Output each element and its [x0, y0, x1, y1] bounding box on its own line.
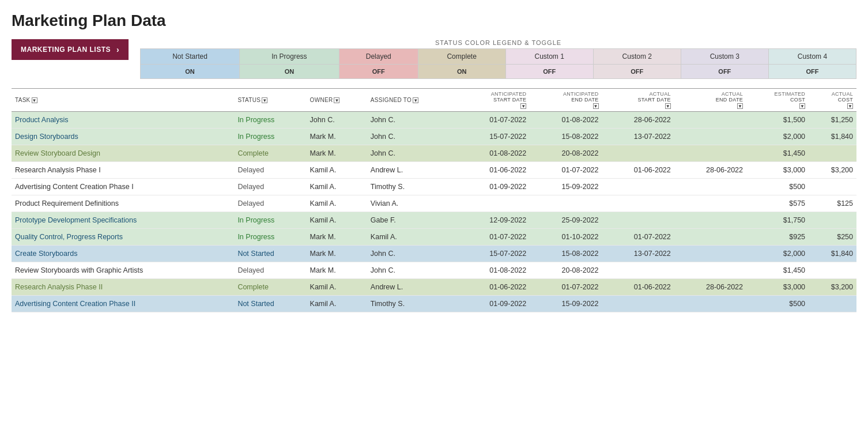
data-cell: 01-07-2022 — [458, 112, 530, 129]
table-row: Review Storyboards with Graphic ArtistsD… — [12, 262, 856, 279]
column-header-8: ESTIMATEDCOST▼ — [746, 89, 809, 112]
data-cell — [809, 145, 856, 162]
data-cell: 15-09-2022 — [530, 179, 602, 195]
status-cell: In Progress — [234, 212, 306, 229]
task-cell: Product Analysis — [12, 112, 234, 129]
legend-toggle[interactable]: OFF — [593, 65, 681, 79]
legend-status-label[interactable]: Custom 2 — [593, 49, 681, 65]
legend-status-label[interactable]: In Progress — [239, 49, 339, 65]
filter-icon[interactable]: ▼ — [799, 103, 805, 109]
status-cell: Delayed — [234, 262, 306, 279]
table-row: Research Analysis Phase IDelayedKamil A.… — [12, 162, 856, 179]
filter-icon[interactable]: ▼ — [262, 97, 267, 103]
data-cell: $575 — [746, 195, 809, 212]
legend-status-label[interactable]: Complete — [418, 49, 505, 65]
legend-toggle[interactable]: OFF — [681, 65, 768, 79]
filter-icon[interactable]: ▼ — [334, 97, 339, 103]
data-cell: 01-06-2022 — [602, 279, 674, 296]
data-cell: Vivian A. — [367, 195, 458, 212]
status-cell: In Progress — [234, 129, 306, 145]
data-cell: $2,000 — [746, 246, 809, 262]
legend-toggle[interactable]: ON — [418, 65, 505, 79]
data-cell: 13-07-2022 — [602, 246, 674, 262]
status-cell: Delayed — [234, 195, 306, 212]
data-cell — [602, 296, 674, 312]
data-cell: Kamil A. — [307, 179, 367, 195]
data-cell — [674, 112, 746, 129]
filter-icon[interactable]: ▼ — [737, 103, 743, 109]
column-header-4: ANTICIPATEDSTART DATE▼ — [458, 89, 530, 112]
legend-toggle[interactable]: OFF — [339, 65, 418, 79]
data-cell — [674, 296, 746, 312]
data-cell: $1,750 — [746, 212, 809, 229]
data-cell — [602, 179, 674, 195]
column-header-3: ASSIGNED TO▼ — [367, 89, 458, 112]
table-row: Prototype Development SpecificationsIn P… — [12, 212, 856, 229]
filter-icon[interactable]: ▼ — [413, 97, 418, 103]
data-cell: Kamil A. — [367, 229, 458, 246]
data-cell: 15-08-2022 — [530, 246, 602, 262]
data-cell: $925 — [746, 229, 809, 246]
data-cell: 01-07-2022 — [458, 229, 530, 246]
table-row: Advertising Content Creation Phase IDela… — [12, 179, 856, 195]
data-cell: 20-08-2022 — [530, 262, 602, 279]
status-cell: Delayed — [234, 179, 306, 195]
data-cell: $500 — [746, 296, 809, 312]
task-cell: Product Requirement Definitions — [12, 195, 234, 212]
data-cell: Andrew L. — [367, 162, 458, 179]
filter-icon[interactable]: ▼ — [593, 103, 599, 109]
task-cell: Advertising Content Creation Phase II — [12, 296, 234, 312]
legend-status-label[interactable]: Custom 3 — [681, 49, 768, 65]
data-cell — [674, 195, 746, 212]
main-table: TASK▼STATUS▼OWNER▼ASSIGNED TO▼ANTICIPATE… — [12, 88, 856, 312]
row-separator — [12, 312, 856, 312]
data-cell — [674, 212, 746, 229]
data-cell: Kamil A. — [307, 296, 367, 312]
data-cell — [458, 195, 530, 212]
legend-toggle[interactable]: OFF — [505, 65, 593, 79]
data-cell — [809, 296, 856, 312]
data-cell: 15-08-2022 — [530, 129, 602, 145]
legend-toggle[interactable]: OFF — [768, 65, 856, 79]
marketing-plan-lists-button[interactable]: MARKETING PLAN LISTS › — [12, 39, 129, 60]
data-cell: Timothy S. — [367, 296, 458, 312]
legend-section: STATUS COLOR LEGEND & TOGGLE Not Started… — [140, 39, 856, 79]
table-row: Review Storyboard DesignCompleteMark M.J… — [12, 145, 856, 162]
data-cell — [674, 179, 746, 195]
data-cell: Kamil A. — [307, 195, 367, 212]
table-row: Quality Control, Progress ReportsIn Prog… — [12, 229, 856, 246]
data-cell: 01-06-2022 — [458, 279, 530, 296]
filter-icon[interactable]: ▼ — [520, 103, 526, 109]
data-cell — [674, 145, 746, 162]
data-cell: Mark M. — [307, 246, 367, 262]
data-cell — [602, 212, 674, 229]
legend-toggle[interactable]: ON — [239, 65, 339, 79]
data-cell: 01-07-2022 — [530, 279, 602, 296]
data-cell: Andrew L. — [367, 279, 458, 296]
data-cell: Gabe F. — [367, 212, 458, 229]
task-cell: Advertising Content Creation Phase I — [12, 179, 234, 195]
data-cell: 15-09-2022 — [530, 296, 602, 312]
filter-icon[interactable]: ▼ — [847, 103, 853, 109]
column-header-9: ACTUALCOST▼ — [809, 89, 856, 112]
status-cell: Complete — [234, 279, 306, 296]
legend-status-label[interactable]: Custom 1 — [505, 49, 593, 65]
data-cell: 01-07-2022 — [602, 229, 674, 246]
data-cell: $2,000 — [746, 129, 809, 145]
data-cell: 01-06-2022 — [458, 162, 530, 179]
data-cell — [602, 195, 674, 212]
legend-toggle[interactable]: ON — [141, 65, 240, 79]
legend-status-label[interactable]: Delayed — [339, 49, 418, 65]
filter-icon[interactable]: ▼ — [32, 97, 37, 103]
filter-icon[interactable]: ▼ — [665, 103, 671, 109]
column-header-2: OWNER▼ — [307, 89, 367, 112]
legend-status-label[interactable]: Not Started — [141, 49, 240, 65]
data-cell: $3,000 — [746, 279, 809, 296]
data-cell — [809, 262, 856, 279]
data-cell: $125 — [809, 195, 856, 212]
data-cell: $1,250 — [809, 112, 856, 129]
data-cell: Mark M. — [307, 229, 367, 246]
data-cell: $250 — [809, 229, 856, 246]
legend-status-label[interactable]: Custom 4 — [768, 49, 856, 65]
status-cell: Not Started — [234, 246, 306, 262]
